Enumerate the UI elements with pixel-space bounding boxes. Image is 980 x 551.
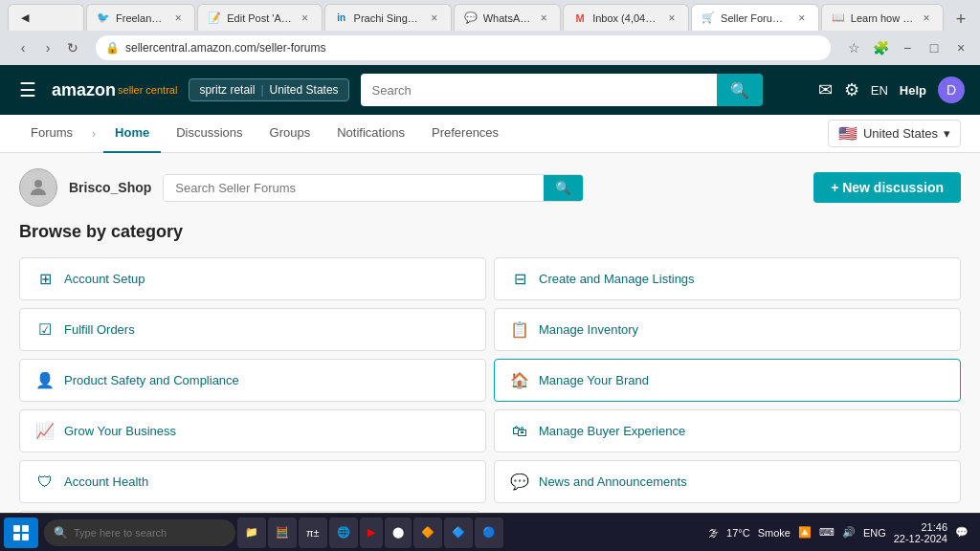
- create-listings-icon: ⊟: [510, 270, 529, 288]
- category-buyer-experience[interactable]: 🛍 Manage Buyer Experience: [494, 409, 961, 452]
- nav-preferences[interactable]: Preferences: [420, 115, 510, 153]
- tab-edit-post[interactable]: 📝 Edit Post 'Ar... ×: [197, 4, 322, 31]
- header-search-bar: 🔍: [361, 74, 763, 106]
- manage-inventory-icon: 📋: [510, 320, 529, 339]
- username-label: Brisco_Shop: [69, 180, 151, 195]
- bookmark-button[interactable]: ☆: [842, 36, 865, 59]
- reload-button[interactable]: ↻: [61, 36, 84, 59]
- taskbar-browser2[interactable]: 🌐: [329, 518, 358, 548]
- tab-close-learn[interactable]: ×: [920, 11, 933, 25]
- back-button[interactable]: ‹: [11, 36, 34, 59]
- buyer-experience-icon: 🛍: [510, 423, 529, 440]
- tab-favicon-seller: 🛒: [702, 11, 715, 25]
- category-manage-brand[interactable]: 🏠 Manage Your Brand: [494, 359, 961, 402]
- nav-home[interactable]: Home: [103, 115, 161, 153]
- tab-seller-forum[interactable]: 🛒 Seller Forum... ×: [691, 4, 819, 31]
- taskbar-search[interactable]: 🔍: [44, 519, 235, 546]
- profile-icon[interactable]: D: [938, 77, 965, 103]
- category-label: Account Setup: [64, 272, 145, 286]
- store-badge[interactable]: spritz retail | United States: [189, 78, 348, 101]
- amazon-header: ☰ amazon seller central spritz retail | …: [0, 65, 980, 115]
- category-create-listings[interactable]: ⊟ Create and Manage Listings: [494, 257, 961, 300]
- tab-close-edit[interactable]: ×: [299, 11, 312, 25]
- address-text: sellercentral.amazon.com/seller-forums: [125, 41, 325, 55]
- category-label: Manage Inventory: [539, 322, 638, 337]
- taskbar-app2[interactable]: 🔷: [444, 518, 473, 548]
- taskbar-search-input[interactable]: [74, 527, 226, 539]
- svg-point-0: [34, 180, 42, 187]
- browser2-icon: 🌐: [337, 526, 350, 539]
- user-avatar: [19, 168, 57, 207]
- tab-whatsapp[interactable]: 💬 WhatsApp ×: [454, 4, 561, 31]
- category-manage-inventory[interactable]: 📋 Manage Inventory: [494, 308, 961, 351]
- taskbar-keyboard-icon: ⌨: [819, 526, 835, 539]
- mail-icon[interactable]: ✉: [818, 79, 833, 100]
- new-tab-button[interactable]: +: [949, 8, 972, 31]
- svg-rect-2: [22, 525, 29, 532]
- store-country: United States: [270, 83, 339, 97]
- taskbar-file-explorer[interactable]: 📁: [237, 518, 266, 548]
- menu-icon[interactable]: ☰: [15, 75, 40, 105]
- minimize-button[interactable]: −: [896, 36, 919, 59]
- logo-sub-text: seller central: [118, 84, 177, 96]
- header-search-button[interactable]: 🔍: [717, 74, 763, 106]
- nav-discussions[interactable]: Discussions: [165, 115, 254, 153]
- tab-close-gmail[interactable]: ×: [665, 11, 679, 25]
- language-selector[interactable]: EN: [871, 83, 888, 98]
- close-window-button[interactable]: ×: [949, 36, 972, 59]
- tab-favicon-linkedin: in: [335, 11, 348, 25]
- forward-button[interactable]: ›: [36, 36, 59, 59]
- chevron-down-icon: ▾: [944, 126, 950, 141]
- tab-gmail[interactable]: M Inbox (4,045... ×: [563, 4, 689, 31]
- tab-freelancer[interactable]: 🐦 Freelancer ×: [86, 4, 195, 31]
- help-button[interactable]: Help: [900, 83, 926, 98]
- taskbar: 🔍 📁 🧮 π± 🌐 ▶ ⬤ 🔶 🔷 🔵 🌫 17°C Smoke 🔼 ⌨ 🔊 …: [0, 513, 980, 551]
- country-label: United States: [863, 126, 938, 141]
- category-news[interactable]: 💬 News and Announcements: [494, 460, 961, 503]
- taskbar-math[interactable]: π±: [299, 518, 327, 548]
- browse-title: Browse by category: [19, 222, 961, 242]
- extensions-button[interactable]: 🧩: [869, 36, 892, 59]
- tabs-bar: ◀ 🐦 Freelancer × 📝 Edit Post 'Ar... × in…: [0, 0, 980, 31]
- taskbar-app3[interactable]: 🔵: [475, 518, 503, 548]
- taskbar-chrome[interactable]: ⬤: [385, 518, 412, 548]
- forum-search-bar: 🔍: [163, 174, 584, 202]
- tab-linkedin[interactable]: in Prachi Singh... ×: [324, 4, 452, 31]
- settings-icon[interactable]: ⚙: [844, 79, 859, 100]
- tab-close-seller[interactable]: ×: [795, 11, 809, 25]
- taskbar-temp: 17°C: [726, 527, 750, 539]
- header-search-input[interactable]: [361, 74, 717, 106]
- country-selector[interactable]: 🇺🇸 United States ▾: [828, 120, 961, 147]
- nav-notifications[interactable]: Notifications: [325, 115, 416, 153]
- nav-groups[interactable]: Groups: [258, 115, 323, 153]
- start-button[interactable]: [4, 518, 38, 548]
- nav-arrow: ›: [92, 127, 96, 141]
- category-account-setup[interactable]: ⊞ Account Setup: [19, 257, 486, 300]
- category-fulfill-orders[interactable]: ☑ Fulfill Orders: [19, 308, 486, 351]
- forum-search-input[interactable]: [164, 175, 544, 201]
- maximize-button[interactable]: □: [923, 36, 946, 59]
- taskbar-calculator[interactable]: 🧮: [268, 518, 297, 548]
- new-discussion-button[interactable]: + New discussion: [813, 172, 961, 203]
- account-setup-icon: ⊞: [35, 270, 55, 288]
- tab-learn[interactable]: 📖 Learn how t... ×: [821, 4, 944, 31]
- tab-close-whatsapp[interactable]: ×: [537, 11, 550, 25]
- category-account-health[interactable]: 🛡 Account Health: [19, 460, 486, 503]
- tab-close-linkedin[interactable]: ×: [428, 11, 441, 25]
- taskbar-speaker-icon: 🔊: [842, 526, 856, 539]
- category-grow-business[interactable]: 📈 Grow Your Business: [19, 409, 486, 452]
- taskbar-time-date: 21:46 22-12-2024: [894, 521, 947, 544]
- taskbar-youtube[interactable]: ▶: [360, 518, 383, 548]
- category-product-safety[interactable]: 👤 Product Safety and Compliance: [19, 359, 486, 402]
- address-bar[interactable]: 🔒 sellercentral.amazon.com/seller-forums: [96, 35, 831, 60]
- taskbar-app1[interactable]: 🔶: [413, 518, 442, 548]
- nav-forums[interactable]: Forums: [19, 115, 84, 153]
- forum-search-button[interactable]: 🔍: [544, 175, 583, 201]
- forum-user-bar: Brisco_Shop 🔍 + New discussion: [19, 168, 961, 207]
- tab-close-freelancer[interactable]: ×: [171, 11, 185, 25]
- tab-favicon-learn: 📖: [832, 11, 845, 25]
- taskbar-notification-icon[interactable]: 💬: [955, 526, 969, 539]
- category-grid: ⊞ Account Setup ⊟ Create and Manage List…: [19, 257, 961, 503]
- tab-back[interactable]: ◀: [8, 4, 84, 31]
- category-label: Account Health: [64, 474, 148, 489]
